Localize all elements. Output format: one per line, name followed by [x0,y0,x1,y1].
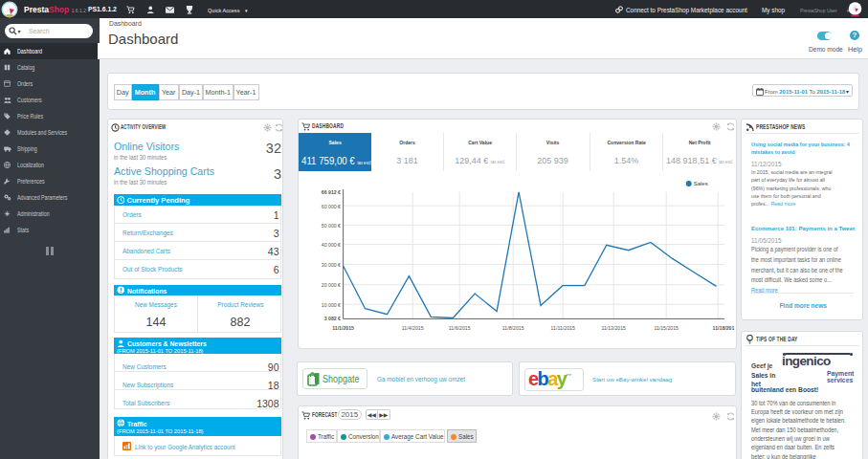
svg-text:3 082 €: 3 082 € [323,315,340,320]
svg-text:11/11/2015: 11/11/2015 [550,324,574,330]
svg-text:66 912 €: 66 912 € [322,189,341,195]
svg-text:30 000 €: 30 000 € [322,261,341,267]
svg-text:11/4/2015: 11/4/2015 [402,324,424,330]
svg-text:10 000 €: 10 000 € [322,301,341,307]
svg-text:60 000 €: 60 000 € [322,203,341,208]
svg-text:Sales: Sales [693,181,707,186]
svg-text:11/13/2015: 11/13/2015 [601,324,626,330]
svg-text:11/6/2015: 11/6/2015 [449,324,471,330]
svg-text:11/18/201: 11/18/201 [712,324,734,330]
svg-text:11/1/2015: 11/1/2015 [332,324,354,330]
svg-text:50 000 €: 50 000 € [322,222,341,228]
svg-text:11/8/2015: 11/8/2015 [502,324,524,330]
svg-text:40 000 €: 40 000 € [322,242,341,248]
svg-text:20 000 €: 20 000 € [322,282,341,288]
svg-text:11/15/2015: 11/15/2015 [654,324,679,330]
